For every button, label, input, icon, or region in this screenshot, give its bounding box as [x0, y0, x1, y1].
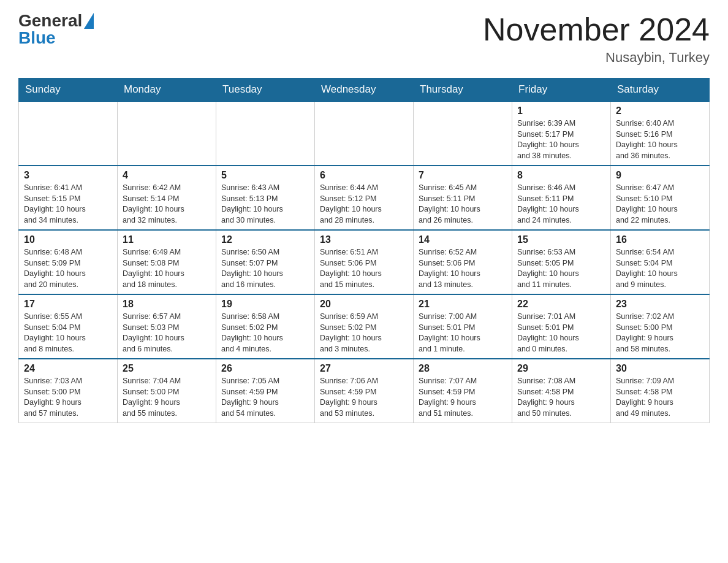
calendar-cell: 16Sunrise: 6:54 AMSunset: 5:04 PMDayligh… — [611, 230, 710, 294]
calendar-header-saturday: Saturday — [611, 79, 710, 102]
calendar-cell: 12Sunrise: 6:50 AMSunset: 5:07 PMDayligh… — [216, 230, 315, 294]
day-info: Sunrise: 6:41 AMSunset: 5:15 PMDaylight:… — [24, 183, 112, 226]
calendar-header-thursday: Thursday — [414, 79, 512, 102]
day-info: Sunrise: 7:00 AMSunset: 5:01 PMDaylight:… — [419, 312, 507, 354]
day-info: Sunrise: 7:06 AMSunset: 4:59 PMDaylight:… — [320, 376, 408, 419]
day-number: 22 — [517, 299, 605, 310]
day-info: Sunrise: 6:52 AMSunset: 5:06 PMDaylight:… — [419, 247, 507, 290]
day-number: 8 — [517, 170, 605, 181]
calendar-cell: 6Sunrise: 6:44 AMSunset: 5:12 PMDaylight… — [315, 166, 414, 230]
calendar-cell: 13Sunrise: 6:51 AMSunset: 5:06 PMDayligh… — [315, 230, 414, 294]
calendar-cell: 7Sunrise: 6:45 AMSunset: 5:11 PMDaylight… — [414, 166, 512, 230]
location-text: Nusaybin, Turkey — [483, 50, 710, 66]
day-number: 3 — [24, 170, 112, 181]
day-info: Sunrise: 7:02 AMSunset: 5:00 PMDaylight:… — [616, 312, 704, 354]
day-info: Sunrise: 6:48 AMSunset: 5:09 PMDaylight:… — [24, 247, 112, 290]
day-info: Sunrise: 7:04 AMSunset: 5:00 PMDaylight:… — [123, 376, 211, 419]
day-number: 14 — [419, 234, 507, 245]
title-block: November 2024 Nusaybin, Turkey — [483, 12, 710, 66]
calendar-cell: 2Sunrise: 6:40 AMSunset: 5:16 PMDaylight… — [611, 101, 710, 166]
day-number: 26 — [221, 363, 309, 374]
calendar-cell: 9Sunrise: 6:47 AMSunset: 5:10 PMDaylight… — [611, 166, 710, 230]
day-number: 23 — [616, 299, 704, 310]
calendar-week-2: 3Sunrise: 6:41 AMSunset: 5:15 PMDaylight… — [19, 166, 710, 230]
calendar-header-sunday: Sunday — [19, 79, 118, 102]
day-number: 13 — [320, 234, 408, 245]
page-header: General Blue November 2024 Nusaybin, Tur… — [18, 12, 710, 66]
day-number: 12 — [221, 234, 309, 245]
day-number: 5 — [221, 170, 309, 181]
calendar-cell — [118, 101, 216, 166]
calendar-cell — [19, 101, 118, 166]
calendar-cell: 8Sunrise: 6:46 AMSunset: 5:11 PMDaylight… — [512, 166, 611, 230]
calendar-table: SundayMondayTuesdayWednesdayThursdayFrid… — [18, 78, 710, 423]
day-number: 17 — [24, 299, 112, 310]
calendar-header-monday: Monday — [118, 79, 216, 102]
day-info: Sunrise: 6:43 AMSunset: 5:13 PMDaylight:… — [221, 183, 309, 226]
day-info: Sunrise: 7:09 AMSunset: 4:58 PMDaylight:… — [616, 376, 704, 419]
day-info: Sunrise: 6:55 AMSunset: 5:04 PMDaylight:… — [24, 312, 112, 354]
calendar-cell: 15Sunrise: 6:53 AMSunset: 5:05 PMDayligh… — [512, 230, 611, 294]
logo-blue-text: Blue — [18, 29, 56, 47]
day-info: Sunrise: 7:07 AMSunset: 4:59 PMDaylight:… — [419, 376, 507, 419]
day-info: Sunrise: 6:57 AMSunset: 5:03 PMDaylight:… — [123, 312, 211, 354]
day-info: Sunrise: 6:44 AMSunset: 5:12 PMDaylight:… — [320, 183, 408, 226]
calendar-header-wednesday: Wednesday — [315, 79, 414, 102]
day-info: Sunrise: 6:46 AMSunset: 5:11 PMDaylight:… — [517, 183, 605, 226]
day-info: Sunrise: 6:51 AMSunset: 5:06 PMDaylight:… — [320, 247, 408, 290]
day-info: Sunrise: 6:47 AMSunset: 5:10 PMDaylight:… — [616, 183, 704, 226]
calendar-cell: 10Sunrise: 6:48 AMSunset: 5:09 PMDayligh… — [19, 230, 118, 294]
calendar-cell: 11Sunrise: 6:49 AMSunset: 5:08 PMDayligh… — [118, 230, 216, 294]
day-number: 19 — [221, 299, 309, 310]
day-info: Sunrise: 6:42 AMSunset: 5:14 PMDaylight:… — [123, 183, 211, 226]
day-number: 20 — [320, 299, 408, 310]
day-info: Sunrise: 6:39 AMSunset: 5:17 PMDaylight:… — [517, 118, 605, 161]
day-number: 11 — [123, 234, 211, 245]
day-number: 21 — [419, 299, 507, 310]
calendar-cell: 19Sunrise: 6:58 AMSunset: 5:02 PMDayligh… — [216, 294, 315, 359]
day-info: Sunrise: 6:58 AMSunset: 5:02 PMDaylight:… — [221, 312, 309, 354]
calendar-cell: 23Sunrise: 7:02 AMSunset: 5:00 PMDayligh… — [611, 294, 710, 359]
day-info: Sunrise: 6:59 AMSunset: 5:02 PMDaylight:… — [320, 312, 408, 354]
month-title: November 2024 — [483, 12, 710, 47]
day-number: 4 — [123, 170, 211, 181]
calendar-cell: 4Sunrise: 6:42 AMSunset: 5:14 PMDaylight… — [118, 166, 216, 230]
calendar-cell: 18Sunrise: 6:57 AMSunset: 5:03 PMDayligh… — [118, 294, 216, 359]
day-info: Sunrise: 7:01 AMSunset: 5:01 PMDaylight:… — [517, 312, 605, 354]
calendar-cell: 29Sunrise: 7:08 AMSunset: 4:58 PMDayligh… — [512, 359, 611, 423]
day-number: 25 — [123, 363, 211, 374]
day-info: Sunrise: 6:49 AMSunset: 5:08 PMDaylight:… — [123, 247, 211, 290]
calendar-header-tuesday: Tuesday — [216, 79, 315, 102]
calendar-cell: 17Sunrise: 6:55 AMSunset: 5:04 PMDayligh… — [19, 294, 118, 359]
calendar-cell: 25Sunrise: 7:04 AMSunset: 5:00 PMDayligh… — [118, 359, 216, 423]
calendar-cell: 22Sunrise: 7:01 AMSunset: 5:01 PMDayligh… — [512, 294, 611, 359]
day-info: Sunrise: 6:54 AMSunset: 5:04 PMDaylight:… — [616, 247, 704, 290]
day-number: 6 — [320, 170, 408, 181]
day-number: 18 — [123, 299, 211, 310]
day-info: Sunrise: 6:50 AMSunset: 5:07 PMDaylight:… — [221, 247, 309, 290]
calendar-cell: 14Sunrise: 6:52 AMSunset: 5:06 PMDayligh… — [414, 230, 512, 294]
calendar-week-1: 1Sunrise: 6:39 AMSunset: 5:17 PMDaylight… — [19, 101, 710, 166]
day-info: Sunrise: 6:53 AMSunset: 5:05 PMDaylight:… — [517, 247, 605, 290]
day-number: 29 — [517, 363, 605, 374]
calendar-cell: 24Sunrise: 7:03 AMSunset: 5:00 PMDayligh… — [19, 359, 118, 423]
calendar-cell: 27Sunrise: 7:06 AMSunset: 4:59 PMDayligh… — [315, 359, 414, 423]
day-info: Sunrise: 6:45 AMSunset: 5:11 PMDaylight:… — [419, 183, 507, 226]
day-number: 15 — [517, 234, 605, 245]
day-info: Sunrise: 7:03 AMSunset: 5:00 PMDaylight:… — [24, 376, 112, 419]
calendar-cell: 21Sunrise: 7:00 AMSunset: 5:01 PMDayligh… — [414, 294, 512, 359]
day-number: 16 — [616, 234, 704, 245]
calendar-cell: 1Sunrise: 6:39 AMSunset: 5:17 PMDaylight… — [512, 101, 611, 166]
calendar-cell: 28Sunrise: 7:07 AMSunset: 4:59 PMDayligh… — [414, 359, 512, 423]
day-info: Sunrise: 6:40 AMSunset: 5:16 PMDaylight:… — [616, 118, 704, 161]
day-number: 24 — [24, 363, 112, 374]
calendar-cell: 26Sunrise: 7:05 AMSunset: 4:59 PMDayligh… — [216, 359, 315, 423]
day-number: 30 — [616, 363, 704, 374]
day-info: Sunrise: 7:05 AMSunset: 4:59 PMDaylight:… — [221, 376, 309, 419]
day-number: 28 — [419, 363, 507, 374]
calendar-week-4: 17Sunrise: 6:55 AMSunset: 5:04 PMDayligh… — [19, 294, 710, 359]
day-number: 27 — [320, 363, 408, 374]
day-number: 1 — [517, 105, 605, 117]
calendar-cell: 30Sunrise: 7:09 AMSunset: 4:58 PMDayligh… — [611, 359, 710, 423]
logo: General Blue — [18, 12, 94, 47]
